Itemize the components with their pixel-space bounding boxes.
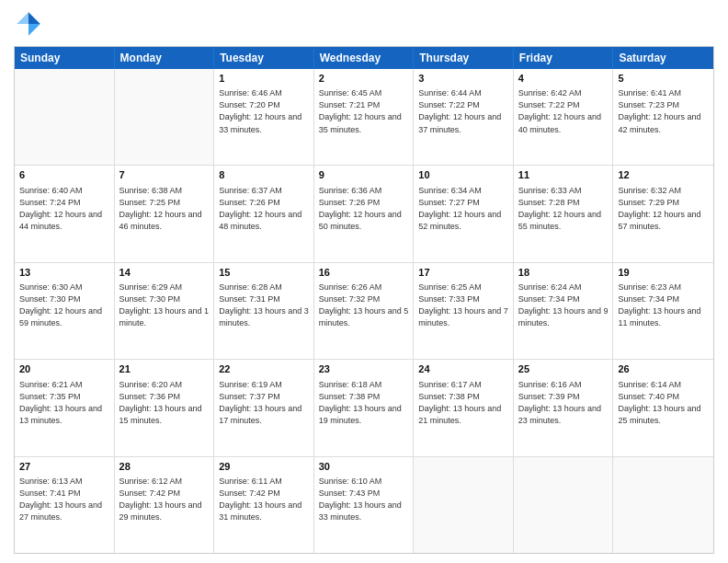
logo — [14, 9, 47, 39]
svg-marker-0 — [28, 12, 40, 24]
day-info: Sunrise: 6:45 AM Sunset: 7:21 PM Dayligh… — [319, 87, 409, 135]
calendar-cell: 13Sunrise: 6:30 AM Sunset: 7:30 PM Dayli… — [15, 263, 115, 359]
calendar-cell: 26Sunrise: 6:14 AM Sunset: 7:40 PM Dayli… — [613, 360, 713, 455]
day-info: Sunrise: 6:10 AM Sunset: 7:43 PM Dayligh… — [319, 476, 409, 523]
calendar-cell: 23Sunrise: 6:18 AM Sunset: 7:38 PM Dayli… — [314, 360, 415, 455]
calendar-cell: 19Sunrise: 6:23 AM Sunset: 7:34 PM Dayli… — [613, 263, 713, 359]
calendar-body: 1Sunrise: 6:46 AM Sunset: 7:20 PM Daylig… — [15, 69, 713, 553]
day-info: Sunrise: 6:19 AM Sunset: 7:37 PM Dayligh… — [219, 379, 309, 427]
day-number: 29 — [219, 460, 309, 474]
calendar-cell: 3Sunrise: 6:44 AM Sunset: 7:22 PM Daylig… — [414, 69, 514, 165]
calendar-cell: 28Sunrise: 6:12 AM Sunset: 7:42 PM Dayli… — [115, 457, 215, 553]
day-info: Sunrise: 6:38 AM Sunset: 7:25 PM Dayligh… — [119, 185, 210, 233]
day-info: Sunrise: 6:33 AM Sunset: 7:28 PM Dayligh… — [518, 185, 609, 233]
header-day-monday: Monday — [115, 47, 215, 69]
calendar-cell: 8Sunrise: 6:37 AM Sunset: 7:26 PM Daylig… — [214, 166, 314, 261]
day-number: 8 — [219, 168, 309, 182]
day-info: Sunrise: 6:13 AM Sunset: 7:41 PM Dayligh… — [19, 476, 109, 523]
day-info: Sunrise: 6:32 AM Sunset: 7:29 PM Dayligh… — [618, 185, 709, 233]
calendar-cell: 24Sunrise: 6:17 AM Sunset: 7:38 PM Dayli… — [414, 360, 514, 455]
day-info: Sunrise: 6:14 AM Sunset: 7:40 PM Dayligh… — [618, 379, 709, 427]
calendar-cell: 18Sunrise: 6:24 AM Sunset: 7:34 PM Dayli… — [514, 263, 614, 359]
day-number: 6 — [19, 168, 109, 182]
calendar-cell: 25Sunrise: 6:16 AM Sunset: 7:39 PM Dayli… — [514, 360, 614, 455]
day-info: Sunrise: 6:42 AM Sunset: 7:22 PM Dayligh… — [518, 87, 609, 135]
day-number: 7 — [119, 168, 210, 182]
calendar-header: SundayMondayTuesdayWednesdayThursdayFrid… — [15, 47, 713, 69]
calendar-cell — [613, 457, 713, 553]
header-day-sunday: Sunday — [15, 47, 115, 69]
header-day-thursday: Thursday — [414, 47, 514, 69]
day-number: 22 — [219, 362, 309, 376]
svg-marker-2 — [17, 12, 28, 24]
day-number: 18 — [518, 266, 609, 280]
day-number: 5 — [618, 72, 709, 86]
calendar-row-2: 6Sunrise: 6:40 AM Sunset: 7:24 PM Daylig… — [15, 165, 713, 261]
day-number: 26 — [618, 362, 709, 376]
day-number: 21 — [119, 362, 210, 376]
header-day-friday: Friday — [514, 47, 614, 69]
calendar-cell — [414, 457, 514, 553]
day-number: 16 — [319, 266, 409, 280]
day-number: 1 — [219, 72, 309, 86]
calendar-cell: 12Sunrise: 6:32 AM Sunset: 7:29 PM Dayli… — [613, 166, 713, 261]
calendar-cell: 2Sunrise: 6:45 AM Sunset: 7:21 PM Daylig… — [314, 69, 415, 165]
calendar-cell: 10Sunrise: 6:34 AM Sunset: 7:27 PM Dayli… — [414, 166, 514, 261]
calendar-cell — [514, 457, 614, 553]
day-info: Sunrise: 6:20 AM Sunset: 7:36 PM Dayligh… — [119, 379, 210, 427]
day-info: Sunrise: 6:17 AM Sunset: 7:38 PM Dayligh… — [418, 379, 508, 427]
day-info: Sunrise: 6:23 AM Sunset: 7:34 PM Dayligh… — [618, 282, 709, 329]
calendar-cell: 14Sunrise: 6:29 AM Sunset: 7:30 PM Dayli… — [115, 263, 215, 359]
day-info: Sunrise: 6:40 AM Sunset: 7:24 PM Dayligh… — [19, 185, 109, 233]
calendar-row-5: 27Sunrise: 6:13 AM Sunset: 7:41 PM Dayli… — [15, 456, 713, 553]
calendar-cell: 7Sunrise: 6:38 AM Sunset: 7:25 PM Daylig… — [115, 166, 215, 261]
day-info: Sunrise: 6:21 AM Sunset: 7:35 PM Dayligh… — [19, 379, 109, 427]
day-info: Sunrise: 6:18 AM Sunset: 7:38 PM Dayligh… — [319, 379, 409, 427]
calendar-cell: 22Sunrise: 6:19 AM Sunset: 7:37 PM Dayli… — [214, 360, 314, 455]
day-number: 25 — [518, 362, 609, 376]
day-info: Sunrise: 6:29 AM Sunset: 7:30 PM Dayligh… — [119, 282, 210, 329]
day-info: Sunrise: 6:11 AM Sunset: 7:42 PM Dayligh… — [219, 476, 309, 523]
calendar-cell: 20Sunrise: 6:21 AM Sunset: 7:35 PM Dayli… — [15, 360, 115, 455]
day-number: 15 — [219, 266, 309, 280]
day-info: Sunrise: 6:30 AM Sunset: 7:30 PM Dayligh… — [19, 282, 109, 329]
header-day-wednesday: Wednesday — [314, 47, 415, 69]
logo-icon — [14, 9, 43, 39]
day-number: 3 — [418, 72, 508, 86]
day-info: Sunrise: 6:36 AM Sunset: 7:26 PM Dayligh… — [319, 185, 409, 233]
calendar-cell: 27Sunrise: 6:13 AM Sunset: 7:41 PM Dayli… — [15, 457, 115, 553]
day-info: Sunrise: 6:25 AM Sunset: 7:33 PM Dayligh… — [418, 282, 508, 329]
calendar-row-1: 1Sunrise: 6:46 AM Sunset: 7:20 PM Daylig… — [15, 69, 713, 165]
calendar-cell: 5Sunrise: 6:41 AM Sunset: 7:23 PM Daylig… — [613, 69, 713, 165]
day-number: 24 — [418, 362, 508, 376]
day-number: 19 — [618, 266, 709, 280]
page: SundayMondayTuesdayWednesdayThursdayFrid… — [0, 0, 728, 563]
calendar-row-3: 13Sunrise: 6:30 AM Sunset: 7:30 PM Dayli… — [15, 262, 713, 359]
day-number: 13 — [19, 266, 109, 280]
day-number: 20 — [19, 362, 109, 376]
day-info: Sunrise: 6:41 AM Sunset: 7:23 PM Dayligh… — [618, 87, 709, 135]
day-info: Sunrise: 6:28 AM Sunset: 7:31 PM Dayligh… — [219, 282, 309, 329]
calendar-cell — [115, 69, 215, 165]
calendar-cell: 29Sunrise: 6:11 AM Sunset: 7:42 PM Dayli… — [214, 457, 314, 553]
header-day-tuesday: Tuesday — [214, 47, 314, 69]
day-info: Sunrise: 6:26 AM Sunset: 7:32 PM Dayligh… — [319, 282, 409, 329]
calendar-cell — [15, 69, 115, 165]
header-day-saturday: Saturday — [613, 47, 713, 69]
calendar-cell: 21Sunrise: 6:20 AM Sunset: 7:36 PM Dayli… — [115, 360, 215, 455]
calendar-cell: 30Sunrise: 6:10 AM Sunset: 7:43 PM Dayli… — [314, 457, 415, 553]
calendar: SundayMondayTuesdayWednesdayThursdayFrid… — [14, 46, 714, 554]
day-info: Sunrise: 6:16 AM Sunset: 7:39 PM Dayligh… — [518, 379, 609, 427]
day-number: 11 — [518, 168, 609, 182]
calendar-cell: 15Sunrise: 6:28 AM Sunset: 7:31 PM Dayli… — [214, 263, 314, 359]
day-info: Sunrise: 6:44 AM Sunset: 7:22 PM Dayligh… — [418, 87, 508, 135]
day-number: 23 — [319, 362, 409, 376]
day-number: 14 — [119, 266, 210, 280]
day-number: 27 — [19, 460, 109, 474]
calendar-row-4: 20Sunrise: 6:21 AM Sunset: 7:35 PM Dayli… — [15, 359, 713, 455]
header — [14, 9, 714, 39]
day-number: 4 — [518, 72, 609, 86]
svg-marker-1 — [28, 24, 40, 36]
day-info: Sunrise: 6:12 AM Sunset: 7:42 PM Dayligh… — [119, 476, 210, 523]
calendar-cell: 17Sunrise: 6:25 AM Sunset: 7:33 PM Dayli… — [414, 263, 514, 359]
